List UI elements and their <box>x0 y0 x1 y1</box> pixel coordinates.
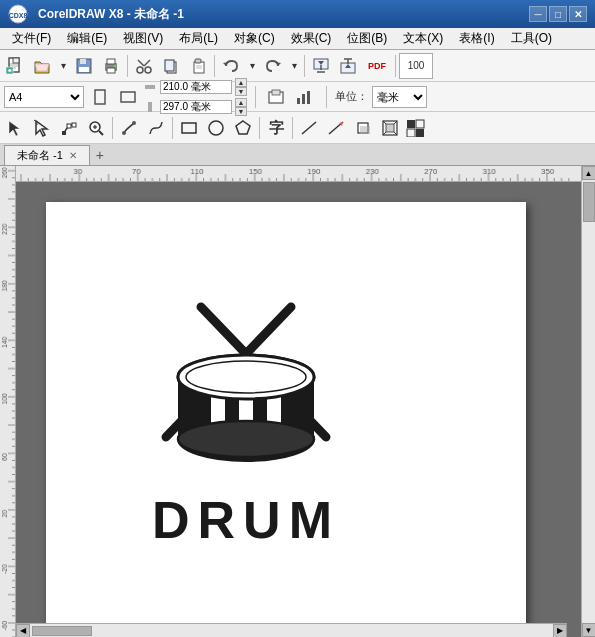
svg-line-61 <box>302 122 316 134</box>
select-tool[interactable] <box>2 115 28 141</box>
save-button[interactable] <box>71 53 97 79</box>
v-scroll-track[interactable] <box>582 180 595 623</box>
unit-label: 单位： <box>335 89 368 104</box>
svg-rect-43 <box>297 98 300 104</box>
svg-point-56 <box>132 121 136 125</box>
connector-tool[interactable] <box>323 115 349 141</box>
svg-rect-23 <box>194 62 204 73</box>
landscape-button[interactable] <box>116 84 140 110</box>
height-input[interactable] <box>160 100 232 114</box>
menu-tools[interactable]: 工具(O) <box>503 28 560 49</box>
print-button[interactable] <box>98 53 124 79</box>
freehand-select-tool[interactable] <box>29 115 55 141</box>
new-button[interactable] <box>2 53 28 79</box>
menu-object[interactable]: 对象(C) <box>226 28 283 49</box>
menu-view[interactable]: 视图(V) <box>115 28 171 49</box>
width-spinners: ▲ ▼ <box>235 78 247 96</box>
open-dropdown[interactable]: ▾ <box>56 53 70 79</box>
page-size-select[interactable]: A4 A3 A5 <box>4 86 84 108</box>
tab-add-button[interactable]: + <box>90 145 110 165</box>
cut-button[interactable] <box>131 53 157 79</box>
tab-doc1[interactable]: 未命名 -1 ✕ <box>4 145 90 165</box>
pattern-tool[interactable] <box>404 115 428 141</box>
main-area: DRUM ◀ ▶ ▲ ▼ <box>0 166 595 637</box>
undo-button[interactable] <box>218 53 244 79</box>
curve-tool[interactable] <box>143 115 169 141</box>
width-down[interactable]: ▼ <box>235 87 247 96</box>
h-scroll-thumb[interactable] <box>32 626 92 636</box>
svg-rect-44 <box>302 94 305 104</box>
node-tool[interactable] <box>56 115 82 141</box>
dimension-inputs: ▲ ▼ ▲ ▼ <box>144 78 247 116</box>
menu-bar: 文件(F) 编辑(E) 视图(V) 布局(L) 对象(C) 效果(C) 位图(B… <box>0 28 595 50</box>
svg-rect-67 <box>386 124 394 132</box>
svg-point-16 <box>114 65 116 67</box>
minimize-button[interactable]: ─ <box>529 6 547 22</box>
title-bar: CDX8 CorelDRAW X8 - 未命名 -1 ─ □ ✕ <box>0 0 595 28</box>
pen-tool[interactable] <box>116 115 142 141</box>
shadow-tool[interactable] <box>350 115 376 141</box>
frame-tool[interactable] <box>377 115 403 141</box>
redo-button[interactable] <box>260 53 286 79</box>
drawing-toolbar: 字 <box>0 112 595 144</box>
separator3 <box>304 55 305 77</box>
circle-tool[interactable] <box>203 115 229 141</box>
menu-edit[interactable]: 编辑(E) <box>59 28 115 49</box>
width-input[interactable] <box>160 80 232 94</box>
copy-button[interactable] <box>158 53 184 79</box>
menu-bitmap[interactable]: 位图(B) <box>339 28 395 49</box>
unit-select[interactable]: 毫米 英寸 厘米 <box>372 86 427 108</box>
paste-button[interactable] <box>185 53 211 79</box>
polygon-tool[interactable] <box>230 115 256 141</box>
svg-rect-11 <box>80 59 86 64</box>
import-button[interactable] <box>308 53 334 79</box>
close-button[interactable]: ✕ <box>569 6 587 22</box>
separator9 <box>259 117 260 139</box>
page-bg-button[interactable] <box>264 84 288 110</box>
svg-rect-57 <box>182 123 196 133</box>
undo-dropdown[interactable]: ▾ <box>245 53 259 79</box>
scroll-up-button[interactable]: ▲ <box>582 166 596 180</box>
rect-tool[interactable] <box>176 115 202 141</box>
menu-text[interactable]: 文本(X) <box>395 28 451 49</box>
export-button[interactable] <box>335 53 361 79</box>
height-up[interactable]: ▲ <box>235 98 247 107</box>
open-button[interactable] <box>29 53 55 79</box>
svg-rect-65 <box>360 126 370 134</box>
svg-marker-46 <box>9 121 20 136</box>
scroll-left-button[interactable]: ◀ <box>16 624 30 638</box>
menu-effects[interactable]: 效果(C) <box>283 28 340 49</box>
scroll-right-button[interactable]: ▶ <box>553 624 567 638</box>
portrait-button[interactable] <box>88 84 112 110</box>
svg-rect-75 <box>416 129 424 137</box>
line-tool[interactable] <box>296 115 322 141</box>
separator6 <box>326 86 327 108</box>
separator10 <box>292 117 293 139</box>
menu-layout[interactable]: 布局(L) <box>171 28 226 49</box>
redo-dropdown[interactable]: ▾ <box>287 53 301 79</box>
height-spinners: ▲ ▼ <box>235 98 247 116</box>
canvas-area[interactable]: DRUM ◀ ▶ <box>16 166 581 637</box>
width-up[interactable]: ▲ <box>235 78 247 87</box>
zoom-level[interactable]: 100 <box>399 53 433 79</box>
svg-text:字: 字 <box>269 119 285 136</box>
v-scroll-thumb[interactable] <box>583 182 595 222</box>
maximize-button[interactable]: □ <box>549 6 567 22</box>
svg-text:CDX8: CDX8 <box>9 12 28 19</box>
menu-table[interactable]: 表格(I) <box>451 28 502 49</box>
top-ruler-canvas <box>16 166 581 182</box>
app-logo: CDX8 <box>8 4 32 24</box>
svg-point-17 <box>137 67 143 73</box>
zoom-tool[interactable] <box>83 115 109 141</box>
tab-close[interactable]: ✕ <box>69 150 77 161</box>
separator5 <box>255 86 256 108</box>
separator8 <box>172 117 173 139</box>
h-scroll-track[interactable] <box>30 624 553 637</box>
canvas-container[interactable]: DRUM ◀ ▶ <box>16 182 581 637</box>
scroll-down-button[interactable]: ▼ <box>582 623 596 637</box>
horizontal-scrollbar: ◀ ▶ <box>16 623 567 637</box>
text-tool[interactable]: 字 <box>263 115 289 141</box>
pdf-button[interactable]: PDF <box>362 53 392 79</box>
menu-file[interactable]: 文件(F) <box>4 28 59 49</box>
bar-chart-button[interactable] <box>292 84 318 110</box>
